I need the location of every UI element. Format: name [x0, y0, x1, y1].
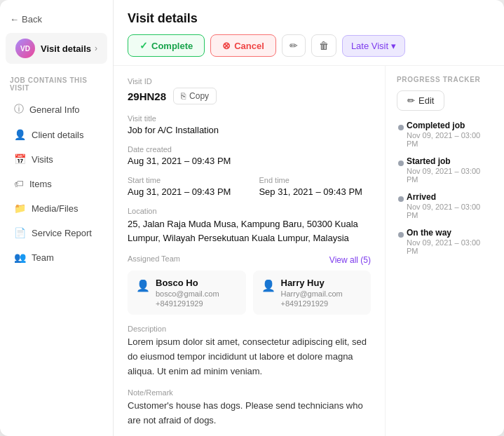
end-time-field: End time Sep 31, 2021 – 09:43 PM	[259, 176, 362, 197]
late-visit-label: Late Visit	[351, 41, 388, 51]
team-card-1: 👤 Harry Huy Harry@gmail.com +8491291929	[253, 271, 372, 315]
description-label: Description	[128, 325, 371, 333]
person-icon-1: 👤	[261, 279, 275, 292]
team-member-email-0: bosco@gmail.com	[156, 289, 219, 298]
note-label: Note/Remark	[128, 388, 371, 397]
calendar-icon: 📅	[14, 154, 26, 165]
visit-id-label: Visit ID	[128, 77, 371, 86]
sidebar-item-label: Service Report	[32, 228, 92, 238]
sidebar-item-label: Team	[32, 252, 54, 263]
complete-label: Complete	[151, 41, 193, 51]
visit-title-value: Job for A/C Installation	[128, 125, 371, 135]
start-time-label: Start time	[128, 176, 231, 184]
date-created-field: Date created Aug 31, 2021 – 09:43 PM	[128, 145, 371, 166]
cancel-label: Cancel	[234, 41, 264, 51]
sidebar-visit-details[interactable]: VD Visit details ›	[6, 33, 107, 64]
visit-id-value: 29HN28	[128, 90, 166, 102]
sidebar: ← Back VD Visit details › JOB CONTAINS T…	[0, 0, 114, 436]
tracker-item-time-0: Nov 09, 2021 – 03:00 PM	[407, 131, 493, 148]
edit-label: Edit	[418, 95, 434, 106]
app-container: ← Back VD Visit details › JOB CONTAINS T…	[0, 0, 504, 436]
team-cards: 👤 Bosco Ho bosco@gmail.com +8491291929 👤…	[128, 271, 371, 315]
pencil-icon: ✏	[290, 40, 298, 51]
action-bar: ✓ Complete ⊗ Cancel ✏ 🗑 Late Visit ▾	[128, 34, 490, 57]
person-icon: 👤	[14, 129, 26, 140]
sidebar-item-service-report[interactable]: 📄 Service Report	[4, 221, 109, 245]
date-created-value: Aug 31, 2021 – 09:43 PM	[128, 156, 371, 166]
edit-icon: ✏	[407, 95, 415, 106]
check-icon: ✓	[139, 40, 148, 51]
team-card-0: 👤 Bosco Ho bosco@gmail.com +8491291929	[128, 271, 246, 315]
sidebar-nav: ⓘ General Info 👤 Client details 📅 Visits…	[0, 96, 113, 270]
team-member-name-0: Bosco Ho	[156, 278, 219, 288]
tracker-items: Completed job Nov 09, 2021 – 03:00 PM St…	[397, 121, 493, 255]
complete-button[interactable]: ✓ Complete	[128, 34, 205, 57]
assigned-team-header: Assigned Team View all (5)	[128, 254, 371, 265]
sidebar-item-label: Media/Files	[32, 203, 78, 214]
back-label: Back	[22, 14, 42, 25]
tracker-item-1: Started job Nov 09, 2021 – 03:00 PM	[397, 156, 493, 184]
sidebar-visit-label: Visit details	[41, 43, 91, 54]
view-all-link[interactable]: View all (5)	[329, 255, 371, 265]
visit-title-field: Visit title Job for A/C Installation	[128, 114, 371, 135]
start-time-field: Start time Aug 31, 2021 – 09:43 PM	[128, 176, 231, 197]
visit-title-label: Visit title	[128, 114, 371, 123]
back-button[interactable]: ← Back	[0, 8, 113, 30]
document-icon: 📄	[14, 227, 26, 238]
team-icon: 👥	[14, 252, 26, 263]
sidebar-item-team[interactable]: 👥 Team	[4, 245, 109, 269]
edit-pencil-button[interactable]: ✏	[282, 34, 306, 57]
start-time-value: Aug 31, 2021 – 09:43 PM	[128, 186, 231, 197]
chevron-right-icon: ›	[95, 43, 97, 53]
team-member-phone-1: +8491291929	[281, 299, 343, 308]
tracker-item-time-2: Nov 09, 2021 – 03:00 PM	[407, 203, 493, 219]
tracker-item-time-3: Nov 09, 2021 – 03:00 PM	[407, 238, 493, 255]
team-card-info-0: Bosco Ho bosco@gmail.com +8491291929	[156, 278, 219, 308]
progress-edit-button[interactable]: ✏ Edit	[397, 90, 444, 111]
sidebar-item-items[interactable]: 🏷 Items	[4, 172, 109, 196]
tracker-item-0: Completed job Nov 09, 2021 – 03:00 PM	[397, 121, 493, 148]
sidebar-section-title: JOB CONTAINS THIS VISIT	[0, 67, 113, 96]
tracker-item-2: Arrived Nov 09, 2021 – 03:00 PM	[397, 192, 493, 219]
tracker-item-title-0: Completed job	[407, 121, 493, 130]
assigned-team-label: Assigned Team	[128, 254, 180, 263]
tracker-item-time-1: Nov 09, 2021 – 03:00 PM	[407, 167, 493, 184]
visit-id-row: 29HN28 ⎘ Copy	[128, 88, 371, 104]
delete-button[interactable]: 🗑	[311, 34, 336, 57]
team-member-phone-0: +8491291929	[156, 299, 219, 308]
back-arrow-icon: ←	[10, 14, 19, 25]
page-title: Visit details	[128, 11, 490, 26]
sidebar-item-media-files[interactable]: 📁 Media/Files	[4, 196, 109, 220]
time-row: Start time Aug 31, 2021 – 09:43 PM End t…	[128, 176, 371, 197]
main-content: Visit details ✓ Complete ⊗ Cancel ✏ 🗑 La…	[114, 0, 504, 436]
location-field: Location 25, Jalan Raja Muda Musa, Kampu…	[128, 207, 371, 245]
chevron-down-icon: ▾	[391, 41, 396, 51]
sidebar-item-label: Client details	[32, 130, 83, 140]
avatar: VD	[15, 39, 35, 58]
copy-button[interactable]: ⎘ Copy	[173, 88, 217, 104]
team-card-info-1: Harry Huy Harry@gmail.com +8491291929	[281, 278, 343, 308]
visit-id-field: Visit ID 29HN28 ⎘ Copy	[128, 77, 371, 104]
sidebar-item-label: Visits	[32, 154, 53, 165]
sidebar-item-client-details[interactable]: 👤 Client details	[4, 123, 109, 147]
visit-details-panel: Visit ID 29HN28 ⎘ Copy Visit title Job f…	[114, 66, 385, 436]
progress-tracker-title: PROGRESS TRACKER	[397, 76, 493, 83]
tracker-item-title-2: Arrived	[407, 192, 493, 202]
person-icon-0: 👤	[136, 279, 150, 292]
team-member-name-1: Harry Huy	[281, 278, 343, 288]
content-area: Visit ID 29HN28 ⎘ Copy Visit title Job f…	[114, 66, 504, 436]
tag-icon: 🏷	[14, 178, 24, 189]
end-time-label: End time	[259, 176, 362, 184]
tracker-item-3: On the way Nov 09, 2021 – 03:00 PM	[397, 228, 493, 255]
info-icon: ⓘ	[14, 103, 24, 116]
end-time-value: Sep 31, 2021 – 09:43 PM	[259, 186, 362, 197]
copy-icon: ⎘	[181, 91, 186, 101]
late-visit-button[interactable]: Late Visit ▾	[342, 35, 405, 57]
main-header: Visit details ✓ Complete ⊗ Cancel ✏ 🗑 La…	[114, 0, 504, 66]
location-label: Location	[128, 207, 371, 215]
progress-panel: PROGRESS TRACKER ✏ Edit Completed job No…	[385, 66, 504, 436]
sidebar-item-visits[interactable]: 📅 Visits	[4, 147, 109, 171]
cancel-button[interactable]: ⊗ Cancel	[210, 34, 276, 57]
sidebar-visit-left: VD Visit details	[15, 39, 91, 58]
sidebar-item-general-info[interactable]: ⓘ General Info	[4, 97, 109, 122]
